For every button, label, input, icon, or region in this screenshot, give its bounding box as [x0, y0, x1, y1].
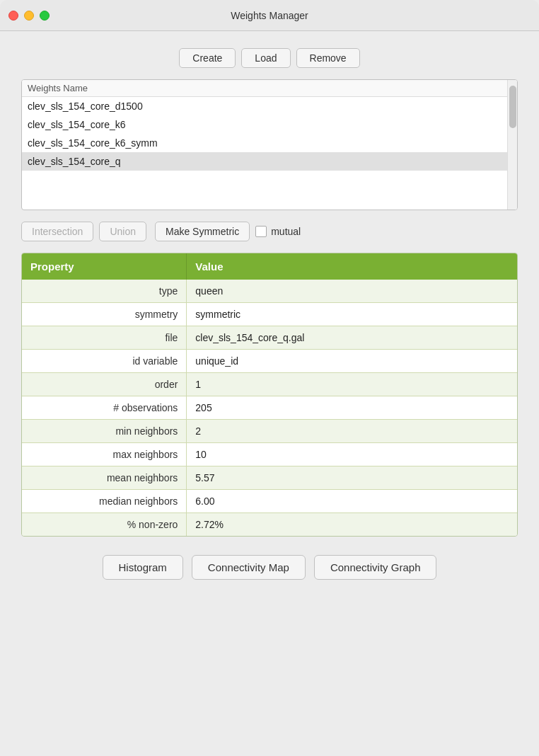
operations-row: Intersection Union Make Symmetric mutual: [21, 222, 518, 241]
property-value: unique_id: [187, 350, 517, 373]
property-value: 2: [187, 420, 517, 443]
property-label: type: [22, 280, 187, 303]
window-controls[interactable]: [8, 11, 50, 21]
weights-list-container: Weights Name clev_sls_154_core_d1500clev…: [21, 79, 518, 210]
table-row: typequeen: [22, 280, 517, 303]
mutual-container: mutual: [255, 226, 301, 237]
intersection-button[interactable]: Intersection: [21, 222, 93, 241]
property-value: clev_sls_154_core_q.gal: [187, 326, 517, 350]
property-label: mean neighbors: [22, 466, 187, 490]
bottom-toolbar: Histogram Connectivity Map Connectivity …: [21, 555, 518, 580]
col1-header: Property: [22, 253, 187, 280]
table-header-row: Property Value: [22, 253, 517, 280]
maximize-button[interactable]: [40, 11, 50, 21]
table-row: max neighbors10: [22, 443, 517, 466]
union-button[interactable]: Union: [99, 222, 146, 241]
load-button[interactable]: Load: [241, 48, 290, 68]
table-row: # observations205: [22, 396, 517, 420]
close-button[interactable]: [8, 11, 18, 21]
property-value: queen: [187, 280, 517, 303]
scrollbar-track[interactable]: [507, 80, 517, 210]
mutual-checkbox[interactable]: [255, 226, 267, 237]
property-value: symmetric: [187, 303, 517, 326]
property-label: # observations: [22, 396, 187, 420]
scrollbar-thumb[interactable]: [509, 86, 516, 128]
property-label: max neighbors: [22, 443, 187, 466]
property-value: 2.72%: [187, 513, 517, 536]
connectivity-map-button[interactable]: Connectivity Map: [192, 555, 306, 580]
list-item[interactable]: clev_sls_154_core_d1500: [22, 97, 507, 115]
property-label: symmetry: [22, 303, 187, 326]
property-value: 1: [187, 373, 517, 396]
property-label: median neighbors: [22, 490, 187, 513]
main-toolbar: Create Load Remove: [21, 48, 518, 68]
mutual-label: mutual: [271, 226, 301, 237]
table-row: median neighbors6.00: [22, 490, 517, 513]
window-title: Weights Manager: [231, 10, 308, 21]
table-row: % non-zero2.72%: [22, 513, 517, 536]
create-button[interactable]: Create: [179, 48, 236, 68]
minimize-button[interactable]: [24, 11, 34, 21]
col2-header: Value: [187, 253, 517, 280]
main-content: Create Load Remove Weights Name clev_sls…: [0, 31, 539, 756]
property-value: 5.57: [187, 466, 517, 490]
property-value: 10: [187, 443, 517, 466]
properties-table: Property Value typequeensymmetrysymmetri…: [21, 253, 518, 537]
histogram-button[interactable]: Histogram: [103, 555, 183, 580]
connectivity-graph-button[interactable]: Connectivity Graph: [314, 555, 437, 580]
property-label: order: [22, 373, 187, 396]
table-row: min neighbors2: [22, 420, 517, 443]
list-item[interactable]: clev_sls_154_core_q: [22, 152, 507, 171]
list-item[interactable]: clev_sls_154_core_k6_symm: [22, 134, 507, 152]
property-label: min neighbors: [22, 420, 187, 443]
table-row: order1: [22, 373, 517, 396]
weights-list-header: Weights Name: [22, 80, 507, 97]
remove-button[interactable]: Remove: [296, 48, 360, 68]
title-bar: Weights Manager: [0, 0, 539, 31]
property-label: id variable: [22, 350, 187, 373]
table-row: mean neighbors5.57: [22, 466, 517, 490]
property-value: 205: [187, 396, 517, 420]
property-label: file: [22, 326, 187, 350]
table-row: symmetrysymmetric: [22, 303, 517, 326]
make-symmetric-button[interactable]: Make Symmetric: [155, 222, 250, 241]
property-label: % non-zero: [22, 513, 187, 536]
table-row: id variableunique_id: [22, 350, 517, 373]
property-value: 6.00: [187, 490, 517, 513]
table-row: fileclev_sls_154_core_q.gal: [22, 326, 517, 350]
list-item[interactable]: clev_sls_154_core_k6: [22, 115, 507, 134]
weights-list[interactable]: Weights Name clev_sls_154_core_d1500clev…: [22, 80, 507, 210]
